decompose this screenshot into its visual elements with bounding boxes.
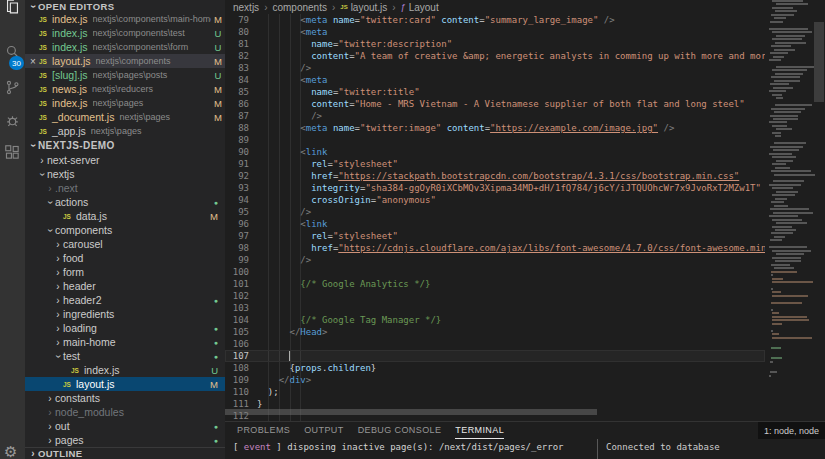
code-line-109[interactable]: 109 </div>: [225, 374, 765, 386]
code-line-79[interactable]: 79 <meta name="twitter:card" content="su…: [225, 14, 765, 26]
code-line-88[interactable]: 88 <meta name="twitter:image" content="h…: [225, 122, 765, 134]
code-line-104[interactable]: 104 {/* Google Tag Manager */}: [225, 314, 765, 326]
terminal-pane-right[interactable]: Connected to database: [597, 439, 825, 459]
panel-tab-terminal[interactable]: TERMINAL: [455, 422, 504, 439]
tree-item-carousel[interactable]: ›carousel: [25, 237, 225, 251]
vertical-scrollbar[interactable]: [813, 0, 825, 421]
tree-item-main-home[interactable]: ›main-home ●: [25, 335, 225, 349]
terminal-pane-left[interactable]: [ event ] disposing inactive page(s): /n…: [225, 439, 597, 459]
open-editor-item[interactable]: JS [slug].js nextjs\pages\posts U: [25, 68, 225, 82]
outline-header[interactable]: › OUTLINE: [25, 447, 225, 459]
code-text: href="https://cdnjs.cloudflare.com/ajax/…: [249, 242, 765, 254]
tree-item-header[interactable]: ›header: [25, 279, 225, 293]
tree-item-node-modules[interactable]: ›node_modules: [25, 405, 225, 419]
git-status-badge: M: [211, 84, 225, 95]
code-line-108[interactable]: 108 {props.children}: [225, 362, 765, 374]
settings-gear-icon[interactable]: ⚙: [4, 443, 17, 459]
extensions-icon[interactable]: [3, 143, 22, 162]
chevron-down-icon: ›: [45, 197, 56, 207]
code-line-103[interactable]: 103: [225, 302, 765, 314]
tree-item-components[interactable]: ›components: [25, 223, 225, 237]
code-line-86[interactable]: 86 content="Home - MRS Vietnam - A Vietn…: [225, 98, 765, 110]
tree-item-.next[interactable]: ›.next: [25, 181, 225, 195]
tree-item-loading[interactable]: ›loading ●: [25, 321, 225, 335]
tree-item-data.js[interactable]: JSdata.js M: [25, 209, 225, 223]
code-line-110[interactable]: 110 );: [225, 386, 765, 398]
tree-item-label: out: [55, 420, 70, 432]
code-line-84[interactable]: 84 <meta: [225, 74, 765, 86]
code-text: content="Home - MRS Vietnam - A Vietname…: [249, 98, 745, 110]
code-text: rel="stylesheet": [249, 230, 398, 242]
minimap[interactable]: [765, 0, 813, 421]
code-line-83[interactable]: 83 />: [225, 62, 765, 74]
code-line-96[interactable]: 96 <link: [225, 218, 765, 230]
close-icon[interactable]: ×: [27, 56, 39, 67]
open-editors-header[interactable]: › OPEN EDITORS: [25, 0, 225, 12]
panel-tab-debug-console[interactable]: DEBUG CONSOLE: [358, 422, 442, 439]
project-header[interactable]: › NEXTJS-DEMO: [25, 138, 225, 153]
tree-item-index.js[interactable]: JSindex.js U: [25, 363, 225, 377]
code-line-89[interactable]: 89: [225, 134, 765, 146]
tree-item-food[interactable]: ›food: [25, 251, 225, 265]
tree-item-actions[interactable]: ›actions ●: [25, 195, 225, 209]
code-line-99[interactable]: 99 />: [225, 254, 765, 266]
code-line-95[interactable]: 95 />: [225, 206, 765, 218]
code-area[interactable]: 79 <meta name="twitter:card" content="su…: [225, 14, 765, 421]
scrollbar-thumb[interactable]: [814, 22, 824, 102]
code-line-93[interactable]: 93 integrity="sha384-ggOyR0iXCbMQv3Xipma…: [225, 182, 765, 194]
tree-item-layout.js[interactable]: JSlayout.js M: [25, 377, 225, 391]
open-editor-item[interactable]: JS index.js nextjs\components\main-home …: [25, 12, 225, 26]
code-line-94[interactable]: 94 crossOrigin="anonymous": [225, 194, 765, 206]
code-line-80[interactable]: 80 <meta: [225, 26, 765, 38]
tree-item-label: pages: [55, 434, 84, 446]
source-control-icon[interactable]: [3, 78, 22, 97]
code-line-81[interactable]: 81 name="twitter:description": [225, 38, 765, 50]
breadcrumb-item-nextjs[interactable]: nextjs: [233, 2, 259, 13]
code-line-107[interactable]: 107: [225, 350, 765, 362]
code-line-87[interactable]: 87 />: [225, 110, 765, 122]
tree-item-constants[interactable]: ›constants: [25, 391, 225, 405]
tree-item-next-server[interactable]: ›next-server: [25, 153, 225, 167]
breadcrumb-item-components[interactable]: components: [272, 2, 326, 13]
code-line-90[interactable]: 90 <link: [225, 146, 765, 158]
code-line-105[interactable]: 105 </Head>: [225, 326, 765, 338]
open-editor-item[interactable]: × JS layout.js nextjs\components M: [25, 54, 225, 68]
code-line-106[interactable]: 106: [225, 338, 765, 350]
code-text: </Head>: [249, 326, 327, 338]
horizontal-scrollbar[interactable]: [225, 409, 597, 415]
open-editor-item[interactable]: JS news.js nextjs\reducers M: [25, 82, 225, 96]
open-editor-item[interactable]: JS index.js nextjs\components\test U: [25, 26, 225, 40]
breadcrumb-item-layout[interactable]: ƒLayout: [401, 2, 439, 13]
code-line-82[interactable]: 82 content="A team of creative &amp; ene…: [225, 50, 765, 62]
breadcrumb-item-layout.js[interactable]: JSlayout.js: [340, 2, 387, 13]
js-file-icon: JS: [39, 44, 52, 51]
code-line-101[interactable]: 101 {/* Google Analytics */}: [225, 278, 765, 290]
tree-item-form[interactable]: ›form: [25, 265, 225, 279]
tree-item-pages[interactable]: ›pages ●: [25, 433, 225, 447]
tree-item-ingredients[interactable]: ›ingredients: [25, 307, 225, 321]
open-editor-item[interactable]: JS _document.js nextjs\pages M: [25, 110, 225, 124]
terminal-selector[interactable]: 1: node, node: [758, 422, 825, 439]
code-line-97[interactable]: 97 rel="stylesheet": [225, 230, 765, 242]
git-status-badge: M: [210, 379, 218, 390]
breadcrumb: nextjs›components›JSlayout.js›ƒLayout: [225, 0, 825, 14]
tree-item-header2[interactable]: ›header2 ●: [25, 293, 225, 307]
open-editor-item[interactable]: JS index.js nextjs\pages M: [25, 96, 225, 110]
open-editor-item[interactable]: JS index.js nextjs\components\form U: [25, 40, 225, 54]
code-line-85[interactable]: 85 name="twitter:title": [225, 86, 765, 98]
explorer-icon[interactable]: [3, 0, 22, 16]
line-number: 96: [225, 218, 249, 230]
code-line-92[interactable]: 92 href="https://stackpath.bootstrapcdn.…: [225, 170, 765, 182]
tree-item-nextjs[interactable]: ›nextjs: [25, 167, 225, 181]
tree-item-out[interactable]: ›out ●: [25, 419, 225, 433]
open-editor-item[interactable]: JS _app.js nextjs\pages: [25, 124, 225, 138]
panel-tab-output[interactable]: OUTPUT: [304, 422, 343, 439]
code-line-98[interactable]: 98 href="https://cdnjs.cloudflare.com/aj…: [225, 242, 765, 254]
tree-item-test[interactable]: ›test ●: [25, 349, 225, 363]
code-line-91[interactable]: 91 rel="stylesheet": [225, 158, 765, 170]
chevron-down-icon: ›: [53, 351, 64, 361]
panel-tab-problems[interactable]: PROBLEMS: [237, 422, 290, 439]
code-line-102[interactable]: 102: [225, 290, 765, 302]
code-line-100[interactable]: 100: [225, 266, 765, 278]
debug-icon[interactable]: [3, 111, 22, 130]
